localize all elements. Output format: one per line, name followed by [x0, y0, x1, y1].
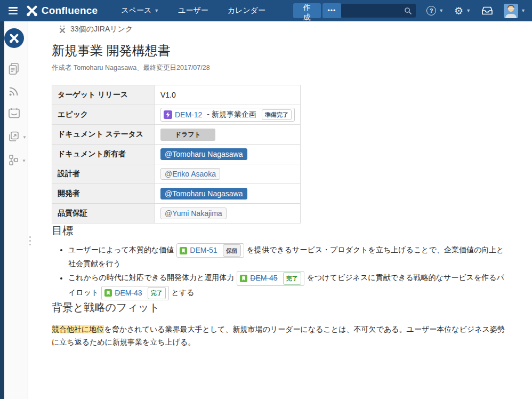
- search-icon: [404, 7, 412, 15]
- notifications-tray[interactable]: [481, 6, 493, 15]
- goals-list: ユーザーによって本質的な価値DEM-51保留を提供できるサービス・プロダクトを立…: [52, 243, 510, 300]
- story-type-icon: [240, 275, 247, 282]
- user-mention[interactable]: @Yumi Nakajima: [160, 208, 227, 219]
- highlighted-text: 競合他社に地位: [52, 325, 104, 333]
- story-type-icon: [180, 247, 187, 254]
- calendar-icon[interactable]: [8, 107, 21, 119]
- help-icon: ?: [426, 6, 436, 15]
- top-navigation: スペース ▼ ユーザー カレンダー: [111, 6, 275, 15]
- user-mention[interactable]: @Tomoharu Nagasawa: [160, 148, 247, 160]
- goals-heading: 目標: [52, 224, 510, 238]
- page-properties-table: ターゲット リリース V1.0 エピック DEM-12 - 新規事業企画: [52, 85, 301, 224]
- space-tools-icon[interactable]: ▼: [8, 154, 21, 166]
- settings-menu[interactable]: ⚙ ▼: [454, 6, 471, 16]
- user-mention[interactable]: @Tomoharu Nagasawa: [160, 188, 247, 200]
- status-lozenge: 準備完了: [262, 109, 292, 120]
- avatar: [504, 4, 518, 18]
- jira-links-summary[interactable]: 33個のJIRAリンク: [59, 25, 510, 34]
- jira-issue-link[interactable]: DEM-45: [250, 272, 277, 284]
- tray-icon: [481, 6, 493, 15]
- nav-spaces[interactable]: スペース ▼: [111, 6, 168, 15]
- product-name: Confluence: [42, 5, 98, 17]
- jira-issue-link[interactable]: DEM-43: [115, 287, 142, 299]
- epic-type-icon: [164, 110, 172, 119]
- jira-icon: [59, 25, 66, 34]
- chevron-down-icon: ▼: [154, 9, 159, 13]
- chevron-down-icon: ▼: [466, 9, 471, 13]
- user-menu[interactable]: ▼: [504, 4, 526, 18]
- target-release-value: V1.0: [155, 85, 301, 105]
- nav-people[interactable]: ユーザー: [168, 6, 218, 15]
- app-header: Confluence スペース ▼ ユーザー カレンダー 作成 ••• ? ▼ …: [0, 0, 532, 21]
- chevron-down-icon: ▼: [521, 9, 526, 13]
- space-sidebar: ▼ ▼: [0, 21, 28, 399]
- table-row: ドキュメント ステータス ドラフト: [52, 125, 301, 145]
- chevron-down-icon: ▼: [439, 9, 444, 13]
- jira-issue-badge[interactable]: DEM-12 - 新規事業企画 準備完了: [160, 108, 295, 122]
- jira-issue-link[interactable]: DEM-12: [175, 110, 202, 119]
- table-row: 開発者 @Tomoharu Nagasawa: [52, 184, 301, 204]
- help-menu[interactable]: ? ▼: [426, 6, 444, 15]
- shortcuts-icon[interactable]: ▼: [8, 131, 21, 142]
- background-paragraph: 競合他社に地位を脅かされている業界最大手として、新規市場のリーダーになることは、…: [52, 323, 510, 348]
- list-item: ユーザーによって本質的な価値DEM-51保留を提供できるサービス・プロダクトを立…: [68, 243, 510, 270]
- status-lozenge: ドラフト: [160, 129, 215, 141]
- page-content: ページ / Demolassian ホーム / 製品要件: [29, 0, 532, 348]
- hamburger-menu-icon[interactable]: [9, 7, 18, 14]
- table-row: ターゲット リリース V1.0: [52, 85, 301, 105]
- jira-issue-badge[interactable]: DEM-51保留: [176, 243, 244, 258]
- search-input[interactable]: [345, 6, 404, 15]
- sidebar-resize-handle[interactable]: [29, 236, 31, 238]
- jira-issue-badge[interactable]: DEM-43完了: [101, 286, 168, 300]
- status-lozenge: 完了: [283, 272, 301, 284]
- table-row: 品質保証 @Yumi Nakajima: [52, 204, 301, 224]
- sidebar-edge: [0, 21, 4, 399]
- list-item: これからの時代に対応できる開発体力と運用体力DEM-45完了をつけてビジネスに貢…: [68, 271, 510, 300]
- create-more-button[interactable]: •••: [323, 3, 342, 18]
- confluence-logo-icon: [26, 5, 38, 17]
- background-heading: 背景と戦略のフィット: [52, 300, 510, 315]
- table-row: エピック DEM-12 - 新規事業企画 準備完了: [52, 105, 301, 125]
- table-row: ドキュメント所有者 @Tomoharu Nagasawa: [52, 145, 301, 164]
- gear-icon: ⚙: [454, 6, 463, 16]
- status-lozenge: 完了: [148, 287, 166, 299]
- jira-issue-link[interactable]: DEM-51: [190, 244, 217, 257]
- create-button[interactable]: 作成: [293, 3, 320, 18]
- pages-icon[interactable]: [8, 62, 21, 75]
- chevron-down-icon: ▼: [22, 158, 26, 163]
- search-box[interactable]: [341, 4, 416, 18]
- status-lozenge: 保留: [223, 244, 241, 257]
- chevron-down-icon: ▼: [22, 135, 27, 140]
- page-title: 新規事業 開発構想書: [52, 42, 510, 59]
- user-mention[interactable]: @Eriko Asaoka: [160, 168, 220, 180]
- space-logo[interactable]: [4, 28, 24, 48]
- nav-calendars[interactable]: カレンダー: [218, 6, 275, 15]
- page-byline: 作成者 Tomoharu Nagasawa、最終変更日2017/07/28: [52, 63, 510, 73]
- story-type-icon: [104, 289, 112, 297]
- jira-issue-badge[interactable]: DEM-45完了: [237, 271, 304, 285]
- table-row: 設計者 @Eriko Asaoka: [52, 164, 301, 184]
- confluence-logo[interactable]: Confluence: [26, 5, 98, 17]
- blog-rss-icon[interactable]: [8, 85, 21, 97]
